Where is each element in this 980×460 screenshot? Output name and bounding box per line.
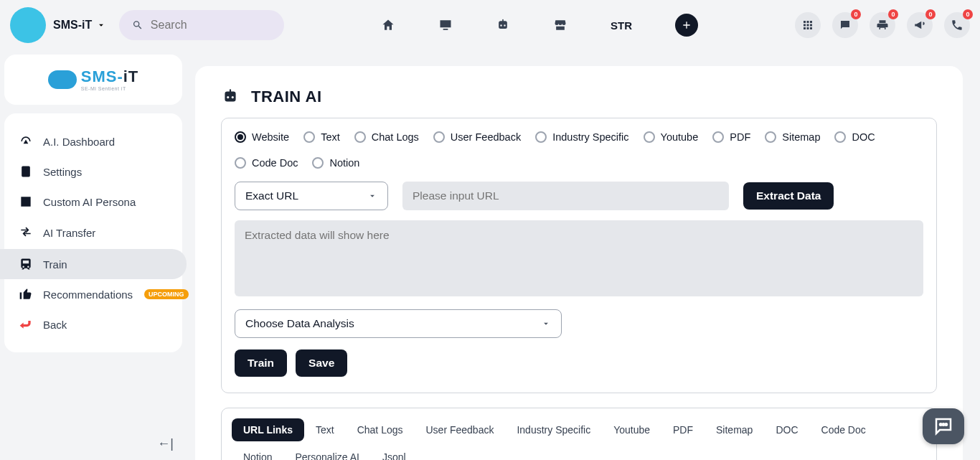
apps-icon (801, 19, 814, 32)
header-center-nav: STR (291, 14, 788, 37)
tab-sitemap[interactable]: Sitemap (705, 418, 764, 441)
tab-doc[interactable]: DOC (764, 418, 809, 441)
print-badge: 0 (888, 9, 898, 19)
radio-label: Sitemap (782, 131, 820, 143)
sidebar-item-recommendations[interactable]: Recommendations UPCOMING (4, 279, 182, 309)
svg-point-1 (943, 423, 945, 426)
tab-personalize-ai[interactable]: Personalize AI (283, 446, 371, 460)
tab-code-doc[interactable]: Code Doc (810, 418, 877, 441)
data-analysis-select[interactable]: Choose Data Analysis (235, 309, 562, 338)
source-type-radio-group: Website Text Chat Logs User Feedback Ind… (235, 131, 923, 169)
radio-chat-logs[interactable]: Chat Logs (354, 131, 419, 143)
comments-badge: 0 (851, 9, 861, 19)
sidebar-item-settings[interactable]: Settings (4, 156, 182, 187)
page-title-row: TRAIN AI (221, 88, 937, 106)
sidebar-item-label: A.I. Dashboard (43, 136, 115, 148)
layout-body: SMS-iT SE-Mi Sentient iT A.I. Dashboard … (0, 50, 980, 460)
search-box[interactable] (119, 10, 284, 40)
tab-url-links[interactable]: URL Links (232, 418, 304, 441)
extracted-data-textarea[interactable] (235, 220, 923, 296)
chevron-down-icon (96, 20, 106, 30)
back-arrow-icon (19, 317, 33, 332)
url-row: Exact URL Extract Data (235, 182, 923, 210)
radio-youtube[interactable]: Youtube (644, 131, 699, 143)
comment-icon (839, 19, 852, 32)
radio-sitemap[interactable]: Sitemap (765, 131, 820, 143)
svg-point-0 (940, 423, 942, 426)
radio-icon (765, 131, 776, 143)
sidebar-item-custom-persona[interactable]: Custom AI Persona (4, 187, 182, 217)
sidebar-item-ai-dashboard[interactable]: A.I. Dashboard (4, 126, 182, 156)
sidebar-item-back[interactable]: Back (4, 309, 182, 339)
train-button[interactable]: Train (235, 349, 287, 377)
print-button[interactable]: 0 (870, 12, 895, 38)
plus-icon (681, 19, 692, 31)
logo-main-left: SMS- (81, 67, 123, 85)
tab-youtube[interactable]: Youtube (602, 418, 661, 441)
sidebar-item-label: Recommendations (43, 288, 133, 301)
announcements-button[interactable]: 0 (907, 12, 933, 38)
radio-industry-specific[interactable]: Industry Specific (535, 131, 628, 143)
chat-fab[interactable] (923, 408, 964, 444)
save-button[interactable]: Save (296, 349, 347, 377)
avatar[interactable] (10, 7, 46, 43)
radio-notion[interactable]: Notion (312, 157, 359, 169)
search-input[interactable] (151, 19, 271, 32)
chevron-down-icon (367, 191, 377, 201)
radio-label: User Feedback (451, 131, 521, 143)
phone-badge: 0 (963, 9, 973, 19)
radio-user-feedback[interactable]: User Feedback (433, 131, 521, 143)
extract-data-button[interactable]: Extract Data (743, 182, 834, 210)
robot-icon (221, 88, 240, 106)
radio-text[interactable]: Text (303, 131, 340, 143)
sidebar-item-train[interactable]: Train (0, 249, 187, 279)
workspace-switcher[interactable]: SMS-iT (53, 19, 106, 32)
chat-bubble-icon (933, 416, 954, 437)
action-buttons-row: Train Save (235, 349, 923, 377)
tab-notion[interactable]: Notion (232, 446, 283, 460)
radio-doc[interactable]: DOC (834, 131, 875, 143)
svg-point-2 (946, 423, 948, 426)
logo-subtitle: SE-Mi Sentient iT (81, 86, 139, 91)
radio-icon (644, 131, 655, 143)
radio-label: PDF (730, 131, 750, 143)
gauge-icon (19, 134, 33, 149)
logo-card: SMS-iT SE-Mi Sentient iT (4, 55, 182, 105)
thumbs-up-icon (19, 287, 33, 301)
home-icon[interactable] (381, 18, 395, 32)
clipboard-icon (19, 164, 33, 179)
logo-cloud-icon (48, 70, 77, 89)
radio-label: Chat Logs (372, 131, 419, 143)
url-mode-select[interactable]: Exact URL (235, 182, 388, 210)
radio-icon (433, 131, 445, 143)
tab-jsonl[interactable]: Jsonl (371, 446, 418, 460)
store-icon[interactable] (553, 18, 567, 32)
app-header: SMS-iT STR 0 0 0 0 (0, 0, 980, 50)
sidebar-item-label: Settings (43, 166, 82, 178)
collapse-sidebar-button[interactable]: ←| (157, 436, 174, 451)
tab-user-feedback[interactable]: User Feedback (415, 418, 506, 441)
apps-button[interactable] (795, 12, 821, 38)
sidebar-item-label: Train (43, 258, 67, 271)
train-form-box: Website Text Chat Logs User Feedback Ind… (221, 118, 937, 393)
radio-website[interactable]: Website (235, 131, 289, 143)
tab-pdf[interactable]: PDF (661, 418, 705, 441)
str-link[interactable]: STR (611, 19, 632, 32)
sidebar-item-ai-transfer[interactable]: AI Transfer (4, 217, 182, 249)
tab-chat-logs[interactable]: Chat Logs (346, 418, 415, 441)
radio-icon (235, 131, 246, 143)
radio-label: Industry Specific (552, 131, 628, 143)
add-button[interactable] (675, 14, 698, 37)
tab-industry-specific[interactable]: Industry Specific (505, 418, 602, 441)
tab-text[interactable]: Text (304, 418, 346, 441)
comments-button[interactable]: 0 (832, 12, 858, 38)
robot-icon[interactable] (496, 18, 510, 32)
monitor-icon[interactable] (438, 18, 453, 32)
sidebar-column: SMS-iT SE-Mi Sentient iT A.I. Dashboard … (0, 50, 187, 460)
select-value: Exact URL (245, 189, 298, 202)
radio-pdf[interactable]: PDF (712, 131, 750, 143)
phone-button[interactable]: 0 (944, 12, 970, 38)
url-input[interactable] (402, 182, 729, 210)
sidebar-item-label: Back (43, 319, 67, 331)
radio-code-doc[interactable]: Code Doc (235, 157, 298, 169)
